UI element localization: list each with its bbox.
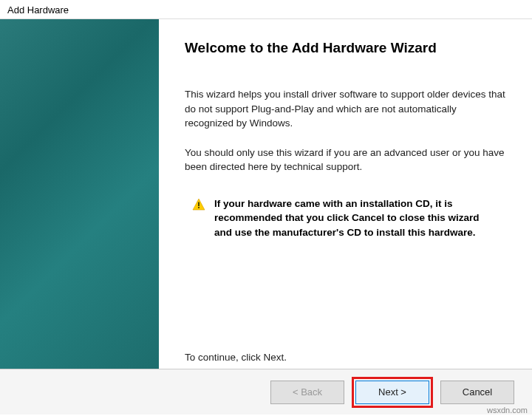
- watermark: wsxdn.com: [487, 406, 528, 415]
- wizard-side-banner: [0, 19, 159, 369]
- wizard-paragraph-1: This wizard helps you install driver sof…: [185, 87, 505, 131]
- wizard-heading: Welcome to the Add Hardware Wizard: [185, 40, 505, 56]
- continue-hint: To continue, click Next.: [185, 352, 287, 363]
- wizard-content: Welcome to the Add Hardware Wizard This …: [159, 19, 532, 369]
- next-button-highlight: Next >: [352, 377, 433, 408]
- next-button[interactable]: Next >: [355, 381, 429, 404]
- svg-rect-1: [198, 202, 200, 206]
- back-button: < Back: [270, 381, 344, 404]
- wizard-paragraph-2: You should only use this wizard if you a…: [185, 146, 505, 174]
- wizard-body: Welcome to the Add Hardware Wizard This …: [0, 18, 532, 369]
- wizard-note: If your hardware came with an installati…: [192, 197, 505, 240]
- svg-rect-2: [198, 207, 200, 208]
- window-title: Add Hardware: [0, 0, 532, 18]
- wizard-note-text: If your hardware came with an installati…: [214, 197, 498, 240]
- wizard-button-bar: < Back Next > Cancel: [0, 369, 532, 415]
- cancel-button[interactable]: Cancel: [440, 381, 514, 404]
- warning-icon: [192, 198, 205, 214]
